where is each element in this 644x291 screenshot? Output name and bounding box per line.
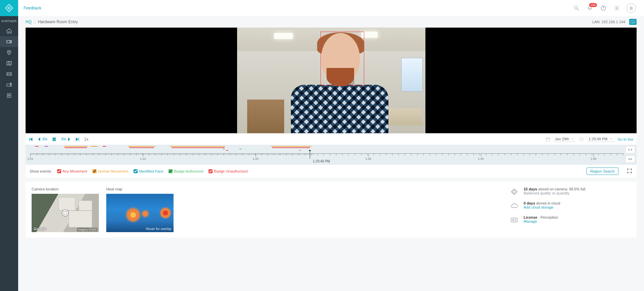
svg-point-1 (574, 6, 577, 9)
playhead[interactable] (310, 151, 310, 159)
clock-icon (579, 137, 584, 142)
timeline[interactable]: 1:011:101:201:301:401:50 1:29:49 PM (26, 145, 637, 165)
breadcrumb-current: Hardware Room Entry (38, 20, 78, 24)
event-filter-badge-authorized[interactable]: Badge Authorized (168, 169, 203, 173)
calendar-icon (545, 137, 550, 142)
svg-point-4 (603, 9, 603, 9)
cloud-icon (509, 201, 519, 211)
back-30s-button[interactable]: 30s (38, 137, 47, 141)
region-search-button[interactable]: Region Search (586, 168, 618, 175)
video-frame (237, 28, 425, 133)
timeline-zoom-in-button[interactable] (625, 146, 635, 153)
svg-point-13 (10, 83, 11, 84)
svg-point-35 (628, 169, 628, 170)
region-crop-icon[interactable] (627, 168, 633, 175)
svg-point-40 (513, 219, 514, 221)
brand-logo[interactable] (0, 0, 18, 16)
map-imagery-label: Imagery ©2020 (77, 228, 98, 231)
add-cloud-storage-link[interactable]: Add cloud storage (524, 205, 560, 209)
feedback-link[interactable]: Feedback (24, 6, 41, 10)
event-filter-any-movement[interactable]: Any Movement (57, 169, 87, 173)
sidebar-item-reports[interactable] (0, 90, 18, 101)
playhead-time-label: 1:29:49 PM (313, 159, 330, 163)
storage-diamond-icon (509, 187, 519, 196)
breadcrumb-separator: :: (34, 20, 36, 24)
keyboard-shortcuts-icon[interactable] (629, 19, 637, 25)
svg-point-5 (616, 7, 618, 9)
svg-point-36 (631, 169, 632, 170)
jump-start-button[interactable] (29, 137, 33, 141)
manage-license-link[interactable]: Manage (524, 219, 558, 223)
camera-location-title: Camera location (32, 187, 99, 191)
cloud-storage-info: 0 days stored in cloud Add cloud storage (509, 201, 631, 211)
sidebar-item-locations[interactable] (0, 47, 18, 58)
heat-map-title: Heat map (106, 187, 174, 191)
date-picker[interactable]: Jan 29th (554, 136, 576, 142)
face-detection-box (320, 32, 364, 85)
jump-end-button[interactable] (75, 137, 79, 141)
events-label: Show events: (30, 169, 52, 173)
sidebar-item-home[interactable] (0, 26, 18, 36)
event-filter-badge-unauthorized[interactable]: Badge Unauthorized (209, 169, 248, 173)
license-info: License : Perception Manage (509, 215, 631, 225)
camera-location-map[interactable]: Google Imagery ©2020 (32, 194, 99, 232)
camera-location-pin-icon (62, 210, 68, 216)
event-filter-row: Show events: Any MovementHuman MovementI… (26, 165, 637, 178)
app-header: Feedback 100 B (0, 0, 644, 16)
event-filter-identified-face[interactable]: Identified Face (134, 169, 163, 173)
svg-rect-27 (54, 138, 55, 141)
camera-storage-info: 15 days stored on camera: 99.5% full Bal… (509, 187, 631, 196)
map-attribution: Google (34, 227, 46, 231)
notification-count-badge: 100 (589, 3, 597, 7)
info-panels: Camera location Google Imagery ©2020 Hea… (26, 182, 637, 238)
playback-controls: 30s 30s 1x Jan 29th 1:29:49 PM Go to liv… (26, 133, 637, 145)
heat-map-panel: Heat map Hover for overlay (106, 187, 174, 232)
svg-rect-29 (546, 138, 550, 141)
sidebar-item-cameras[interactable] (0, 36, 18, 47)
svg-point-38 (631, 172, 632, 173)
event-filter-human-movement[interactable]: Human Movement (92, 169, 128, 173)
sidebar-section-label: PARTNER (1, 16, 17, 26)
svg-rect-39 (511, 218, 517, 222)
sidebar-item-devices[interactable] (0, 79, 18, 90)
sidebar-item-maps[interactable] (0, 58, 18, 69)
notifications-icon[interactable]: 100 (586, 4, 594, 12)
svg-point-0 (8, 7, 10, 9)
svg-line-2 (577, 9, 579, 10)
video-viewport[interactable] (26, 28, 637, 133)
help-icon[interactable] (600, 4, 607, 12)
timeline-zoom-out-button[interactable] (625, 155, 635, 163)
svg-rect-18 (631, 21, 635, 23)
license-card-icon (509, 215, 519, 225)
settings-icon[interactable] (613, 4, 620, 12)
playback-speed[interactable]: 1x (84, 137, 88, 142)
breadcrumb: HQ :: Hardware Room Entry LAN: 192.168.1… (18, 16, 644, 28)
search-icon[interactable] (573, 4, 580, 12)
breadcrumb-root[interactable]: HQ (26, 20, 32, 24)
svg-point-9 (8, 74, 9, 75)
pause-button[interactable] (52, 137, 56, 141)
go-to-live-button[interactable]: Go to live (618, 137, 633, 141)
svg-point-37 (628, 172, 628, 173)
forward-30s-button[interactable]: 30s (61, 137, 71, 141)
lan-address: LAN: 192.168.1.144 (592, 20, 625, 24)
timeline-ruler: 1:011:101:201:301:401:50 (30, 153, 623, 157)
svg-rect-6 (7, 40, 10, 43)
timeline-event-track (30, 146, 623, 151)
storage-info-column: 15 days stored on camera: 99.5% full Bal… (509, 187, 631, 232)
sidebar-nav: PARTNER (0, 16, 18, 291)
user-avatar[interactable]: B (627, 3, 636, 13)
main-content: HQ :: Hardware Room Entry LAN: 192.168.1… (18, 16, 644, 291)
heat-map-thumb[interactable]: Hover for overlay (106, 194, 174, 232)
camera-location-panel: Camera location Google Imagery ©2020 (32, 187, 99, 232)
svg-rect-34 (628, 169, 632, 173)
svg-rect-12 (7, 84, 10, 86)
sidebar-item-access[interactable] (0, 69, 18, 79)
svg-rect-26 (53, 138, 54, 141)
svg-point-7 (8, 51, 10, 53)
time-picker[interactable]: 1:29:49 PM (587, 136, 614, 142)
heat-map-hint: Hover for overlay (146, 227, 172, 231)
